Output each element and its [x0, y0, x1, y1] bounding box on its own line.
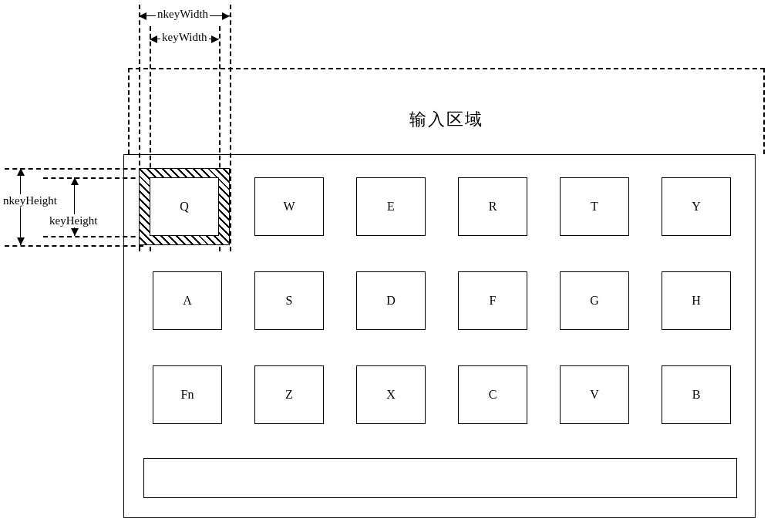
- key-space[interactable]: [143, 458, 737, 498]
- key-r[interactable]: R: [458, 177, 527, 236]
- key-fn-label: Fn: [181, 388, 194, 402]
- key-g-label: G: [590, 294, 599, 308]
- key-g[interactable]: G: [560, 271, 629, 330]
- key-e[interactable]: E: [356, 177, 426, 236]
- guide-nkeywidth-right: [230, 5, 231, 251]
- key-r-label: R: [489, 200, 497, 214]
- key-q[interactable]: Q: [150, 177, 219, 236]
- key-h-label: H: [692, 294, 701, 308]
- key-d[interactable]: D: [356, 271, 426, 330]
- key-d-label: D: [386, 294, 396, 308]
- key-h[interactable]: H: [662, 271, 731, 330]
- key-y[interactable]: Y: [662, 177, 731, 236]
- key-c-label: C: [489, 388, 497, 402]
- guide-nkeyheight-bottom: [5, 245, 143, 247]
- dim-nkeywidth-label: nkeyWidth: [156, 8, 210, 21]
- dim-keyheight-label: keyHeight: [48, 214, 99, 227]
- key-f-label: F: [490, 294, 497, 308]
- key-a[interactable]: A: [153, 271, 222, 330]
- key-t[interactable]: T: [560, 177, 629, 236]
- key-w-label: W: [283, 200, 295, 214]
- key-v-label: V: [590, 388, 599, 402]
- dim-keywidth-label: keyWidth: [160, 31, 209, 44]
- key-v[interactable]: V: [560, 365, 629, 424]
- key-y-label: Y: [692, 200, 701, 214]
- key-b[interactable]: B: [662, 365, 731, 424]
- key-a-label: A: [183, 294, 192, 308]
- key-c[interactable]: C: [458, 365, 527, 424]
- key-t-label: T: [591, 200, 598, 214]
- key-w[interactable]: W: [254, 177, 324, 236]
- key-x[interactable]: X: [356, 365, 426, 424]
- key-s[interactable]: S: [254, 271, 324, 330]
- key-z[interactable]: Z: [254, 365, 324, 424]
- guide-nkeyheight-top: [5, 168, 143, 170]
- guide-keyheight-bottom: [43, 236, 143, 237]
- guide-keyheight-top: [43, 177, 143, 179]
- key-b-label: B: [692, 388, 701, 402]
- key-fn[interactable]: Fn: [153, 365, 222, 424]
- input-area-label: 输入区域: [130, 108, 763, 131]
- input-area-box: 输入区域: [128, 68, 765, 154]
- key-q-label: Q: [180, 200, 189, 214]
- key-x-label: X: [386, 388, 396, 402]
- key-e-label: E: [387, 200, 395, 214]
- dim-nkeyheight-label: nkeyHeight: [2, 194, 59, 207]
- key-z-label: Z: [285, 388, 293, 402]
- key-s-label: S: [286, 294, 293, 308]
- key-q-touch-area[interactable]: Q: [139, 168, 230, 245]
- key-f[interactable]: F: [458, 271, 527, 330]
